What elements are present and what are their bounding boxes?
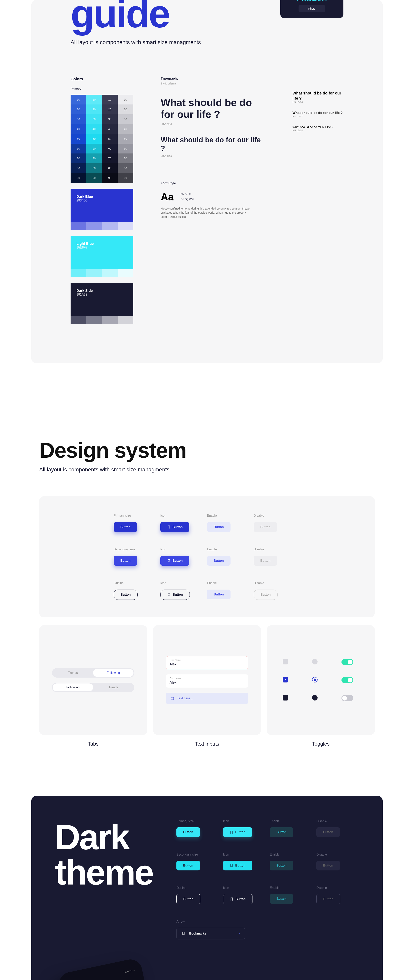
toggle-on-1[interactable] (341, 659, 353, 665)
button-cell: EnableButton (270, 853, 316, 870)
h4-meta: H4/14/17 (293, 115, 344, 118)
bookmarks-button[interactable]: Bookmarks › (177, 928, 245, 939)
ds-subtitle: All layout is components with smart size… (39, 466, 375, 473)
button[interactable]: Button (114, 522, 137, 532)
color-swatch: 60 (102, 144, 118, 153)
segment-2[interactable]: Following Trends (52, 682, 134, 692)
color-card: Dark Side191A32 (70, 283, 133, 324)
toggle-on-2[interactable] (341, 677, 353, 683)
h3-sample: What should be do for our life ? (293, 91, 344, 101)
button[interactable]: Button (316, 861, 340, 870)
button[interactable]: Button (177, 894, 200, 904)
dark-title-2: theme (55, 855, 153, 890)
h5-meta: H5/12/14 (293, 129, 344, 132)
button-cell: DisableButton (254, 581, 300, 600)
letter-samples: Bb Dd Ff Cc Gg Ww (180, 192, 194, 202)
checkbox-dark[interactable] (283, 695, 288, 700)
button[interactable]: Button (160, 556, 189, 566)
color-swatch: 20 (102, 105, 118, 114)
font-style-heading: Font Style (161, 181, 265, 185)
button[interactable]: Button (114, 590, 138, 600)
button-cell: EnableButton (207, 514, 254, 532)
color-swatch: 20 (118, 105, 133, 114)
color-swatch: 50 (86, 134, 102, 144)
button-cell: OutlineButton (177, 886, 223, 904)
button-cell: DisableButton (316, 819, 363, 837)
color-swatch: 30 (118, 114, 133, 124)
button-cell: DisableButton (254, 547, 300, 566)
bookmark-icon (182, 932, 185, 935)
bookmark-icon (167, 525, 170, 529)
button[interactable]: Button (316, 894, 340, 904)
colors-column: Colors Primary 1010101020202020303030304… (70, 77, 133, 324)
button[interactable]: Button (270, 827, 293, 837)
color-swatch: 40 (70, 124, 86, 134)
font-style-para: Mostly confined to home during this exte… (161, 207, 251, 219)
bookmark-icon (230, 897, 234, 901)
typography-column: Typography SK-Modernist What should be d… (161, 77, 265, 324)
button-cell: IconButton (223, 853, 270, 870)
toggle-off[interactable] (341, 695, 353, 701)
button-cell: EnableButton (207, 547, 254, 566)
text-input-error[interactable]: First name Alex (166, 656, 248, 669)
inputs-label: Text inputs (153, 741, 261, 747)
h2-meta: H2/29/28 (161, 155, 265, 158)
color-swatch: 10 (102, 95, 118, 105)
h1-meta: H1/36/44 (161, 123, 265, 126)
seg2-opt2[interactable]: Trends (93, 684, 134, 691)
button[interactable]: Button (207, 556, 231, 566)
text-input-action[interactable]: Text here ... (166, 693, 248, 704)
color-swatch: 60 (118, 144, 133, 153)
arrow-row: Arrow Bookmarks › (177, 920, 363, 939)
button[interactable]: Button (254, 522, 277, 532)
button-cell: Secondary sizeButton (177, 853, 223, 870)
seg2-opt1[interactable]: Following (53, 684, 93, 691)
button-cell: DisableButton (254, 514, 300, 532)
colors-heading: Colors (70, 77, 133, 81)
color-swatch: 70 (70, 153, 86, 163)
calendar-icon (170, 697, 174, 700)
seg1-opt1[interactable]: Trends (53, 669, 93, 677)
radio-dark[interactable] (312, 695, 318, 700)
button-cell: EnableButton (207, 581, 254, 600)
checkbox-off[interactable] (283, 659, 288, 665)
button[interactable]: Button (254, 556, 277, 566)
color-card: Dark Blue2934D0 (70, 189, 133, 230)
button[interactable]: Button (254, 590, 277, 600)
button[interactable]: Button (223, 894, 253, 904)
color-swatch: 80 (102, 163, 118, 173)
button-cell: DisableButton (316, 886, 363, 904)
guide-subtitle: All layout is components with smart size… (70, 39, 251, 46)
button-cell: IconButton (160, 514, 207, 532)
color-swatch: 80 (70, 163, 86, 173)
checkbox-on[interactable]: ✓ (283, 677, 288, 682)
phone-mockup: Hourly ⌄ 2,312 Steps today (57, 949, 202, 980)
radio-on[interactable] (312, 677, 318, 682)
phone-preview-badge: Privacy and agreements Photo (280, 0, 344, 18)
style-guide-card: Privacy and agreements Photo guide All l… (31, 0, 383, 363)
button[interactable]: Button (270, 894, 293, 904)
button[interactable]: Button (114, 556, 137, 566)
radio-off[interactable] (312, 659, 318, 665)
button[interactable]: Button (160, 522, 189, 532)
button[interactable]: Button (177, 861, 200, 870)
text-input-normal[interactable]: First name Alex (166, 675, 248, 687)
color-swatch: 90 (118, 173, 133, 183)
color-swatch: 40 (102, 124, 118, 134)
button[interactable]: Button (207, 590, 231, 599)
segment-1[interactable]: Trends Following (52, 668, 134, 678)
button-cell: IconButton (223, 819, 270, 837)
button[interactable]: Button (270, 861, 293, 870)
button[interactable]: Button (316, 827, 340, 837)
photo-pill[interactable]: Photo (299, 5, 325, 12)
inputs-card: First name Alex First name Alex T (153, 625, 261, 735)
button[interactable]: Button (207, 522, 231, 532)
color-swatch: 60 (86, 144, 102, 153)
button[interactable]: Button (223, 827, 252, 837)
seg1-opt2[interactable]: Following (93, 669, 134, 677)
button[interactable]: Button (223, 861, 252, 870)
button[interactable]: Button (160, 590, 190, 600)
bookmark-icon (167, 593, 171, 597)
color-swatch: 30 (86, 114, 102, 124)
button[interactable]: Button (177, 827, 200, 837)
